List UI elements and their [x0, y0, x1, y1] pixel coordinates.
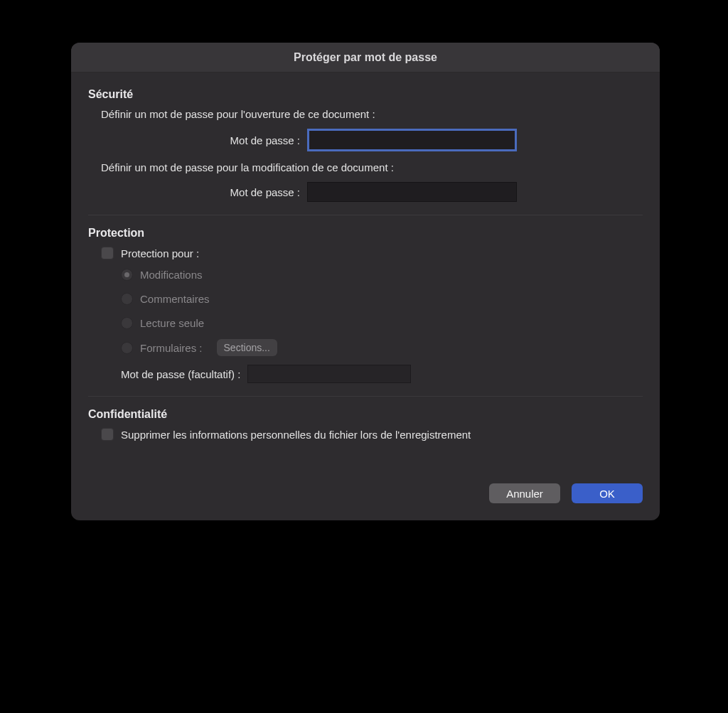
optional-password-input — [247, 365, 411, 383]
radio-forms — [121, 342, 133, 354]
separator — [88, 215, 643, 215]
ok-button[interactable]: OK — [572, 483, 643, 503]
password-protect-dialog: Protéger par mot de passe Sécurité Défin… — [71, 43, 660, 520]
open-password-description: Définir un mot de passe pour l'ouverture… — [101, 108, 643, 120]
radio-modifications — [121, 269, 133, 281]
remove-personal-info-label: Supprimer les informations personnelles … — [121, 429, 471, 441]
open-password-label: Mot de passe : — [101, 134, 307, 146]
cancel-button[interactable]: Annuler — [489, 483, 560, 503]
open-password-input[interactable] — [307, 129, 517, 151]
dialog-title: Protéger par mot de passe — [294, 51, 437, 64]
radio-readonly — [121, 317, 133, 329]
remove-personal-info-checkbox[interactable] — [101, 428, 114, 441]
modify-password-label: Mot de passe : — [101, 186, 307, 198]
radio-readonly-label: Lecture seule — [140, 317, 204, 329]
dialog-body: Sécurité Définir un mot de passe pour l'… — [71, 73, 660, 520]
modify-password-description: Définir un mot de passe pour la modifica… — [101, 161, 643, 173]
privacy-heading: Confidentialité — [88, 408, 643, 421]
protection-heading: Protection — [88, 227, 643, 240]
radio-forms-label: Formulaires : — [140, 342, 203, 354]
optional-password-label: Mot de passe (facultatif) : — [121, 368, 240, 380]
protection-for-checkbox[interactable] — [101, 247, 114, 259]
dialog-footer: Annuler OK — [88, 448, 643, 503]
radio-modifications-label: Modifications — [140, 269, 203, 281]
security-heading: Sécurité — [88, 88, 643, 101]
dialog-titlebar: Protéger par mot de passe — [71, 43, 660, 73]
radio-comments — [121, 293, 133, 305]
separator — [88, 396, 643, 397]
protection-for-label: Protection pour : — [121, 247, 199, 259]
radio-comments-label: Commentaires — [140, 293, 210, 305]
sections-button: Sections... — [217, 339, 277, 356]
modify-password-input[interactable] — [307, 182, 517, 202]
